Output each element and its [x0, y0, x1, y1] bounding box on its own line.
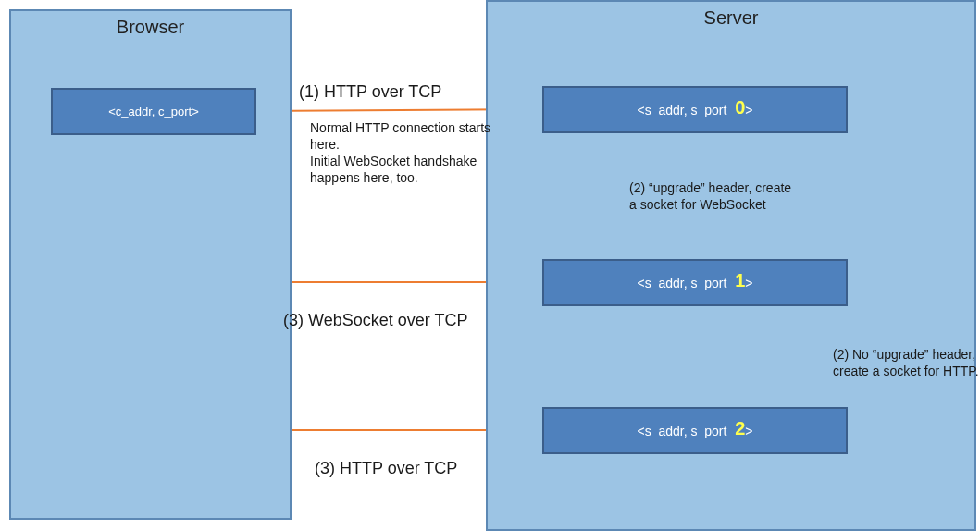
server-port2-suffix: 2	[734, 418, 745, 439]
browser-panel: Browser	[9, 9, 292, 520]
step1-note-line4: happens here, too.	[310, 170, 418, 187]
client-node-label: <c_addr, c_port>	[108, 105, 199, 118]
step1-note-line2: here.	[310, 137, 340, 154]
step1-note-line1: Normal HTTP connection starts	[310, 120, 490, 137]
server-port1-node: <s_addr, s_port_ 1 >	[542, 259, 848, 306]
step3-http-label: (3) HTTP over TCP	[315, 458, 457, 479]
server-port0-node: <s_addr, s_port_ 0 >	[542, 86, 848, 133]
server-port0-suffix: 0	[734, 97, 745, 118]
step1-title-label: (1) HTTP over TCP	[299, 81, 441, 103]
step2b-line2: create a socket for HTTP.	[833, 364, 979, 380]
client-node: <c_addr, c_port>	[51, 88, 256, 135]
server-port0-tail: >	[745, 103, 752, 117]
step2b-line1: (2) No “upgrade” header,	[833, 347, 975, 364]
server-port2-tail: >	[745, 424, 752, 438]
server-port2-node: <s_addr, s_port_ 2 >	[542, 407, 848, 454]
server-panel-title: Server	[488, 2, 974, 29]
server-port1-tail: >	[745, 276, 752, 290]
server-port1-suffix: 1	[734, 270, 745, 291]
step3-ws-label: (3) WebSocket over TCP	[283, 310, 467, 331]
server-port2-prefix: <s_addr, s_port_	[638, 424, 735, 438]
step2a-line1: (2) “upgrade” header, create	[629, 180, 791, 197]
server-port1-prefix: <s_addr, s_port_	[638, 276, 735, 290]
server-port0-prefix: <s_addr, s_port_	[638, 103, 735, 117]
browser-panel-title: Browser	[11, 11, 290, 38]
step2a-line2: a socket for WebSocket	[629, 197, 766, 214]
step1-note-line3: Initial WebSocket handshake	[310, 154, 477, 170]
